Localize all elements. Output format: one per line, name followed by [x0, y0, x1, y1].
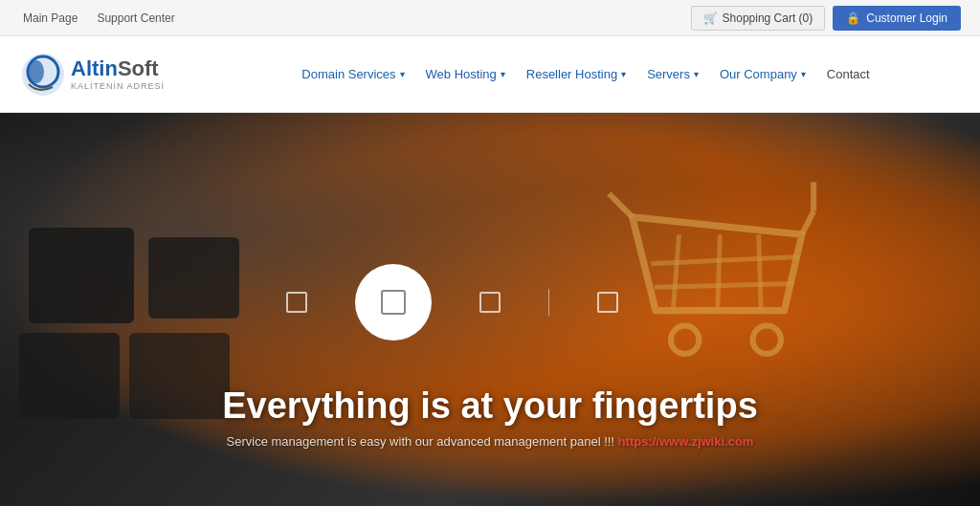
web-hosting-chevron-icon: ▾ [501, 69, 505, 79]
top-bar: Main Page Support Center 🛒 Shopping Cart… [0, 0, 980, 36]
svg-line-8 [609, 193, 632, 216]
hero-watermark: https://www.zjwiki.com [618, 434, 754, 449]
hero-section: Everything is at your fingertips Service… [0, 113, 980, 506]
nav-reseller-hosting[interactable]: Reseller Hosting ▾ [517, 57, 635, 91]
logo-altin: Altin [71, 56, 118, 80]
support-center-link[interactable]: Support Center [93, 10, 178, 27]
nav-our-company[interactable]: Our Company ▾ [710, 57, 815, 91]
login-label: Customer Login [866, 11, 947, 25]
hero-subtext: Service management is easy with our adva… [0, 434, 980, 449]
slider-controls [0, 264, 980, 341]
top-bar-left: Main Page Support Center [19, 10, 179, 27]
logo-icon [19, 51, 67, 99]
servers-chevron-icon: ▾ [694, 69, 699, 79]
slide-indicator-1[interactable] [286, 292, 307, 313]
nav-our-company-label: Our Company [720, 67, 797, 81]
logo-area: AltinSoft KALİTENİN ADRESİ [19, 51, 211, 99]
logo-subtitle: KALİTENİN ADRESİ [71, 81, 165, 91]
nav-contact-label: Contact [827, 67, 870, 81]
logo-text: AltinSoft KALİTENİN ADRESİ [71, 57, 165, 90]
slide-active-inner [381, 290, 406, 315]
customer-login-button[interactable]: 🔒 Customer Login [833, 6, 961, 31]
cart-icon: 🛒 [703, 11, 718, 25]
nav-web-hosting-label: Web Hosting [426, 67, 497, 81]
slide-indicator-2-active[interactable] [355, 264, 432, 341]
nav-domain-services-label: Domain Services [301, 67, 395, 81]
reseller-hosting-chevron-icon: ▾ [621, 69, 626, 79]
hero-text: Everything is at your fingertips Service… [0, 385, 980, 449]
slider-divider [548, 289, 549, 316]
main-nav: Domain Services ▾ Web Hosting ▾ Reseller… [211, 57, 961, 91]
top-bar-right: 🛒 Shopping Cart (0) 🔒 Customer Login [691, 6, 961, 31]
header: AltinSoft KALİTENİN ADRESİ Domain Servic… [0, 36, 980, 113]
svg-point-2 [29, 60, 44, 83]
nav-domain-services[interactable]: Domain Services ▾ [292, 57, 413, 91]
slide-indicator-3[interactable] [479, 292, 501, 313]
our-company-chevron-icon: ▾ [801, 69, 806, 79]
logo-soft: Soft [118, 56, 159, 80]
slide-indicator-4[interactable] [597, 292, 618, 313]
nav-reseller-hosting-label: Reseller Hosting [526, 67, 617, 81]
domain-services-chevron-icon: ▾ [400, 69, 405, 79]
nav-servers[interactable]: Servers ▾ [637, 57, 708, 91]
lock-icon: 🔒 [846, 11, 860, 25]
shopping-cart-button[interactable]: 🛒 Shopping Cart (0) [691, 6, 826, 31]
nav-web-hosting[interactable]: Web Hosting ▾ [416, 57, 515, 91]
nav-contact[interactable]: Contact [817, 57, 880, 91]
svg-line-9 [802, 211, 813, 234]
nav-servers-label: Servers [647, 67, 690, 81]
hero-headline: Everything is at your fingertips [0, 385, 980, 427]
cart-label: Shopping Cart (0) [723, 11, 813, 25]
main-page-link[interactable]: Main Page [19, 10, 81, 27]
hero-subtext-main: Service management is easy with our adva… [227, 434, 614, 449]
